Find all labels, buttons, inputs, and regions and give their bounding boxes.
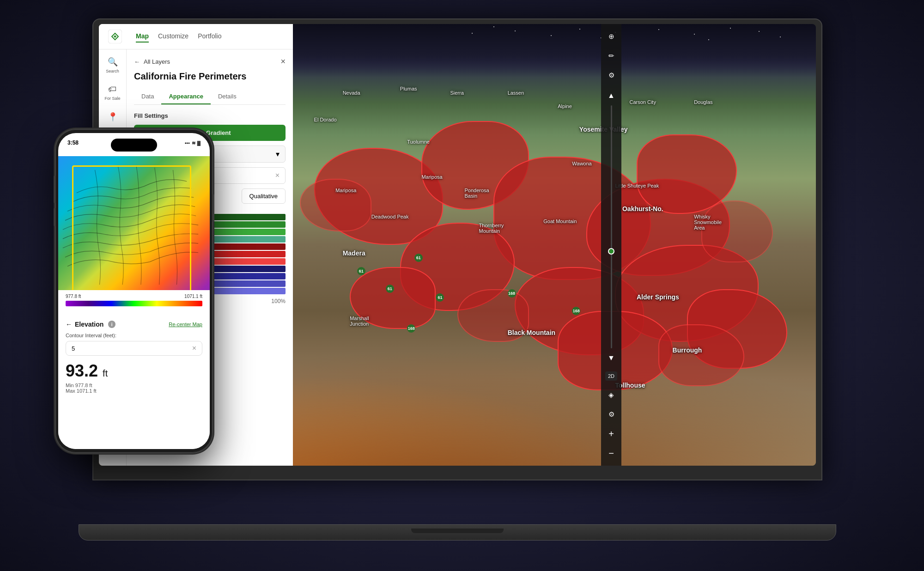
crosshair-btn[interactable]: ⊕ <box>604 30 618 43</box>
panel-title: California Fire Perimeters <box>134 71 286 82</box>
phone-back-button[interactable]: ← Elevation i <box>66 321 116 328</box>
sidebar-search-label: Search <box>106 69 119 73</box>
contour-input[interactable] <box>72 345 192 352</box>
input-clear-button[interactable]: × <box>275 171 280 180</box>
phone-bottom-panel: ← Elevation i Re-center Map Contour Inte… <box>58 313 210 449</box>
signal-icon: ▪▪▪ <box>185 140 190 146</box>
sidebar-location[interactable]: 📍 <box>108 112 118 122</box>
phone-power-button <box>212 194 214 222</box>
tools-btn[interactable]: ⚙ <box>604 407 618 421</box>
zoom-slider-container: ▲ ▼ <box>608 88 615 366</box>
edit-btn[interactable]: ✏ <box>604 49 618 63</box>
elevation-max-text: Max 1071.1 ft <box>66 388 202 394</box>
contour-clear-button[interactable]: × <box>192 344 196 352</box>
qualitative-button[interactable]: Qualitative <box>242 188 286 204</box>
phone-volume-down <box>54 208 56 226</box>
forsale-icon: 🏷 <box>108 85 116 94</box>
back-arrow-icon: ← <box>134 58 140 65</box>
phone-status-icons: ▪▪▪ ≋ ▓ <box>185 140 201 146</box>
layers-btn[interactable]: ◈ <box>604 388 618 402</box>
dropdown-chevron: ▾ <box>276 150 280 158</box>
tab-appearance[interactable]: Appearance <box>161 89 210 104</box>
elevation-unit: ft <box>103 368 108 378</box>
slider-down-arrow[interactable]: ▼ <box>608 354 615 362</box>
nav-bar: Map Customize Portfolio <box>99 24 293 49</box>
side-controls: ⊕ ✏ ⚙ ▲ ▼ 2D ◈ ⚙ <box>601 24 621 466</box>
phone-body: 3:58 ▪▪▪ ≋ ▓ <box>55 129 213 453</box>
back-label: All Layers <box>144 58 170 65</box>
settings-btn[interactable]: ⚙ <box>604 68 618 82</box>
phone-elevation-title: Elevation <box>75 321 103 328</box>
elevation-min-label: 977.8 ft <box>66 294 81 299</box>
tab-customize[interactable]: Customize <box>158 30 188 43</box>
location-icon: 📍 <box>108 112 118 122</box>
panel-tabs: Data Appearance Details <box>134 89 286 105</box>
laptop-base <box>79 524 836 541</box>
wifi-icon: ≋ <box>192 140 195 146</box>
slider-up-arrow[interactable]: ▲ <box>608 91 615 100</box>
tab-data[interactable]: Data <box>134 89 161 104</box>
phone-map-background <box>58 156 210 313</box>
sidebar-forsale-label: For Sale <box>104 96 120 101</box>
elevation-display: 93.2 ft <box>66 361 202 381</box>
phone-screen: 3:58 ▪▪▪ ≋ ▓ <box>58 133 210 449</box>
close-panel-button[interactable]: × <box>280 57 286 67</box>
phone-volume-up <box>54 185 56 203</box>
view-2d-button[interactable]: 2D <box>605 371 617 381</box>
phone-status-bar: 3:58 ▪▪▪ ≋ ▓ <box>67 140 201 146</box>
contour-input-row: × <box>66 341 202 356</box>
zoom-in-btn[interactable]: + <box>604 427 618 441</box>
elevation-bar: 977.8 ft 1071.1 ft <box>58 290 210 313</box>
road-badge-61b: 61 <box>414 254 423 262</box>
recenter-map-link[interactable]: Re-center Map <box>169 322 202 327</box>
search-icon: 🔍 <box>108 57 118 67</box>
battery-icon: ▓ <box>197 140 201 146</box>
tab-map[interactable]: Map <box>136 30 149 43</box>
phone-info-icon[interactable]: i <box>108 321 116 328</box>
tab-portfolio[interactable]: Portfolio <box>198 30 221 43</box>
app-logo[interactable] <box>108 30 122 43</box>
nav-tabs: Map Customize Portfolio <box>136 30 222 43</box>
tab-details[interactable]: Details <box>211 89 244 104</box>
elevation-gradient-bar <box>66 301 202 306</box>
fill-settings-label: Fill Settings <box>134 112 286 119</box>
slider-thumb <box>608 248 614 255</box>
back-to-layers-button[interactable]: ← All Layers × <box>134 57 286 67</box>
phone-time: 3:58 <box>67 140 79 146</box>
phone-back-arrow: ← <box>66 321 72 328</box>
elevation-range-labels: 977.8 ft 1071.1 ft <box>66 294 202 299</box>
phone-back-row: ← Elevation i Re-center Map <box>66 321 202 328</box>
road-badge-168a: 168 <box>508 289 516 298</box>
phone-map: 977.8 ft 1071.1 ft <box>58 156 210 313</box>
road-badge-61c: 61 <box>386 285 394 293</box>
contour-interval-label: Contour Interval (feet): <box>66 333 202 338</box>
selection-box <box>72 165 191 299</box>
elevation-number: 93.2 <box>66 361 98 380</box>
zoom-out-btn[interactable]: − <box>604 446 618 460</box>
elevation-min-text: Min 977.8 ft <box>66 383 202 388</box>
sidebar-forsale[interactable]: 🏷 For Sale <box>104 85 120 101</box>
elevation-max-label: 1071.1 ft <box>184 294 202 299</box>
sidebar-search[interactable]: 🔍 Search <box>106 57 119 73</box>
road-badge-61a: 61 <box>357 267 365 275</box>
slider-track[interactable] <box>611 105 612 348</box>
phone-wrapper: 3:58 ▪▪▪ ≋ ▓ <box>55 129 213 453</box>
